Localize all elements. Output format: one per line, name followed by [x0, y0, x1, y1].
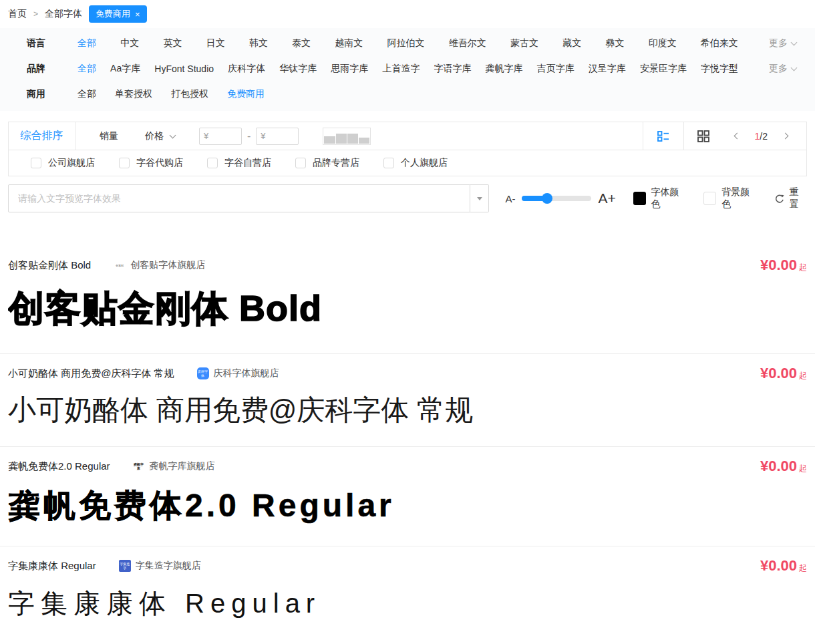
reset-button[interactable]: 重置 — [774, 186, 807, 210]
grid-view-button[interactable] — [684, 122, 723, 150]
prev-page-button[interactable] — [728, 127, 747, 146]
language-option-chinese[interactable]: 中文 — [120, 37, 139, 49]
language-option-all[interactable]: 全部 — [77, 37, 96, 49]
language-more-button[interactable]: 更多 — [769, 37, 796, 49]
font-name[interactable]: 小可奶酪体 商用免费@庆科字体 常规 — [8, 367, 174, 380]
chevron-down-icon — [170, 132, 176, 138]
filter-row-commercial: 商用 全部 单套授权 打包授权 免费商用 — [0, 82, 815, 107]
breadcrumb-all-fonts[interactable]: 全部字体 — [45, 8, 82, 20]
brand-option-jiye[interactable]: 吉页字库 — [537, 63, 575, 75]
close-icon[interactable]: × — [135, 10, 140, 19]
store-link[interactable]: 字集造字 字集造字旗舰店 — [119, 560, 201, 572]
language-option-hebrew[interactable]: 希伯来文 — [701, 37, 738, 49]
font-list-item[interactable]: 龚帆免费体2.0 Regular 龚帆字库 龚帆字库旗舰店 ¥0.00 起 龚帆… — [0, 446, 815, 527]
language-option-korean[interactable]: 韩文 — [249, 37, 268, 49]
language-option-japanese[interactable]: 日文 — [206, 37, 225, 49]
brand-option-hyfont[interactable]: HyFont Studio — [154, 63, 214, 74]
brand-option-ziyue[interactable]: 字悦字型 — [701, 63, 738, 75]
shop-filter-personal-flagship[interactable]: 个人旗舰店 — [383, 157, 448, 169]
checkbox-unchecked[interactable] — [207, 158, 218, 168]
store-logo-icon: 创客贴 — [114, 259, 126, 271]
sort-price-tab[interactable]: 价格 — [145, 130, 175, 142]
background-color-swatch[interactable] — [703, 192, 716, 205]
commercial-option-single-license[interactable]: 单套授权 — [115, 88, 152, 100]
background-color-picker[interactable]: 背景颜色 — [703, 186, 757, 210]
font-color-swatch[interactable] — [633, 192, 646, 205]
language-option-english[interactable]: 英文 — [163, 37, 182, 49]
font-color-picker[interactable]: 字体颜色 — [633, 186, 687, 210]
store-link[interactable]: 庆科字体 庆科字体旗舰店 — [197, 367, 279, 379]
breadcrumb-home[interactable]: 首页 — [8, 8, 27, 20]
shop-filter-brand-store[interactable]: 品牌专营店 — [295, 157, 359, 169]
font-name[interactable]: 创客贴金刚体 Bold — [8, 259, 91, 272]
price-min-input[interactable]: ¥ — [199, 128, 242, 145]
next-page-button[interactable] — [776, 127, 794, 146]
total-pages: 2 — [762, 131, 768, 142]
breadcrumb: 首页 > 全部字体 免费商用 × — [0, 0, 815, 27]
font-preview-sample[interactable]: 创客贴金刚体 Bold — [8, 285, 807, 333]
toolbar-container: 综合排序 销量 价格 ¥ - ¥ — [8, 122, 807, 176]
filter-row-language: 语言 全部 中文 英文 日文 韩文 泰文 越南文 阿拉伯文 维吾尔文 蒙古文 藏… — [0, 31, 815, 56]
language-option-arabic[interactable]: 阿拉伯文 — [387, 37, 425, 49]
shop-type-filters: 公司旗舰店 字谷代购店 字谷自营店 品牌专营店 个人旗舰店 — [9, 150, 806, 176]
preview-input-dropdown-button[interactable] — [470, 184, 489, 212]
language-option-vietnamese[interactable]: 越南文 — [335, 37, 363, 49]
commercial-option-bundle-license[interactable]: 打包授权 — [171, 88, 208, 100]
brand-option-huatai[interactable]: 华钛字库 — [279, 63, 317, 75]
chevron-down-icon — [791, 39, 798, 46]
decrease-size-button[interactable]: A- — [505, 193, 515, 204]
language-option-yi[interactable]: 彝文 — [605, 37, 624, 49]
checkbox-unchecked[interactable] — [31, 158, 41, 168]
font-list: 创客贴金刚体 Bold 创客贴 创客贴字体旗舰店 ¥0.00 起 创客贴金刚体 … — [0, 246, 815, 622]
brand-option-qingke[interactable]: 庆科字体 — [228, 63, 265, 75]
font-preview-sample[interactable]: 小可奶酪体 商用免费@庆科字体 常规 — [8, 391, 807, 429]
brand-option-all[interactable]: 全部 — [77, 63, 96, 75]
current-page: 1 — [755, 131, 760, 142]
store-link[interactable]: 创客贴 创客贴字体旗舰店 — [114, 259, 205, 271]
slider-handle[interactable] — [542, 193, 552, 204]
checkbox-unchecked[interactable] — [383, 158, 394, 168]
sort-comprehensive-tab[interactable]: 综合排序 — [9, 122, 75, 150]
font-name[interactable]: 龚帆免费体2.0 Regular — [8, 460, 110, 473]
list-view-icon — [657, 130, 670, 143]
language-option-mongolian[interactable]: 蒙古文 — [510, 37, 538, 49]
font-list-item[interactable]: 字集康康体 Regular 字集造字 字集造字旗舰店 ¥0.00 起 字集康康体… — [0, 546, 815, 622]
brand-option-siyu[interactable]: 思雨字库 — [331, 63, 368, 75]
list-view-button[interactable] — [643, 122, 684, 150]
brand-option-hancheng[interactable]: 汉呈字库 — [589, 63, 626, 75]
checkbox-unchecked[interactable] — [295, 158, 306, 168]
shop-filter-company-flagship[interactable]: 公司旗舰店 — [31, 157, 95, 169]
font-preview-sample[interactable]: 字集康康体 Regular — [8, 585, 807, 622]
brand-option-aa[interactable]: Aa字库 — [110, 63, 140, 75]
language-option-indic[interactable]: 印度文 — [649, 37, 677, 49]
commercial-option-all[interactable]: 全部 — [77, 88, 96, 100]
font-list-item[interactable]: 创客贴金刚体 Bold 创客贴 创客贴字体旗舰店 ¥0.00 起 创客贴金刚体 … — [0, 246, 815, 333]
breadcrumb-separator: > — [33, 9, 38, 19]
font-preview-sample[interactable]: 龚帆免费体2.0 Regular — [8, 484, 807, 527]
chevron-down-icon — [791, 65, 798, 71]
brand-option-anjingchen[interactable]: 安景臣字库 — [640, 63, 687, 75]
font-list-item[interactable]: 小可奶酪体 商用免费@庆科字体 常规 庆科字体 庆科字体旗舰店 ¥0.00 起 … — [0, 353, 815, 429]
language-option-uyghur[interactable]: 维吾尔文 — [449, 37, 486, 49]
filter-panel: 语言 全部 中文 英文 日文 韩文 泰文 越南文 阿拉伯文 维吾尔文 蒙古文 藏… — [0, 28, 815, 111]
brand-option-shangshou[interactable]: 上首造字 — [382, 63, 420, 75]
brand-option-ziyu[interactable]: 字语字库 — [434, 63, 472, 75]
preview-text-input[interactable] — [8, 184, 470, 212]
shop-filter-zigu-direct[interactable]: 字谷自营店 — [207, 157, 271, 169]
language-option-thai[interactable]: 泰文 — [292, 37, 311, 49]
increase-size-button[interactable]: A+ — [598, 190, 615, 206]
font-size-slider[interactable] — [522, 196, 591, 201]
font-name[interactable]: 字集康康体 Regular — [8, 560, 96, 573]
price-max-input[interactable]: ¥ — [256, 128, 299, 145]
store-link[interactable]: 龚帆字库 龚帆字库旗舰店 — [133, 460, 215, 472]
checkbox-unchecked[interactable] — [119, 158, 130, 168]
chevron-right-icon — [782, 133, 788, 140]
filter-tag-free-commercial[interactable]: 免费商用 × — [89, 5, 147, 23]
commercial-option-free[interactable]: 免费商用 — [227, 88, 265, 100]
brand-option-gongfan[interactable]: 龚帆字库 — [486, 63, 523, 75]
brand-more-button[interactable]: 更多 — [769, 63, 796, 75]
shop-filter-zigu-agency[interactable]: 字谷代购店 — [119, 157, 183, 169]
language-option-tibetan[interactable]: 藏文 — [562, 37, 581, 49]
preview-toolbar: A- A+ 字体颜色 背景颜色 重置 — [8, 184, 807, 212]
sort-sales-tab[interactable]: 销量 — [100, 130, 118, 142]
